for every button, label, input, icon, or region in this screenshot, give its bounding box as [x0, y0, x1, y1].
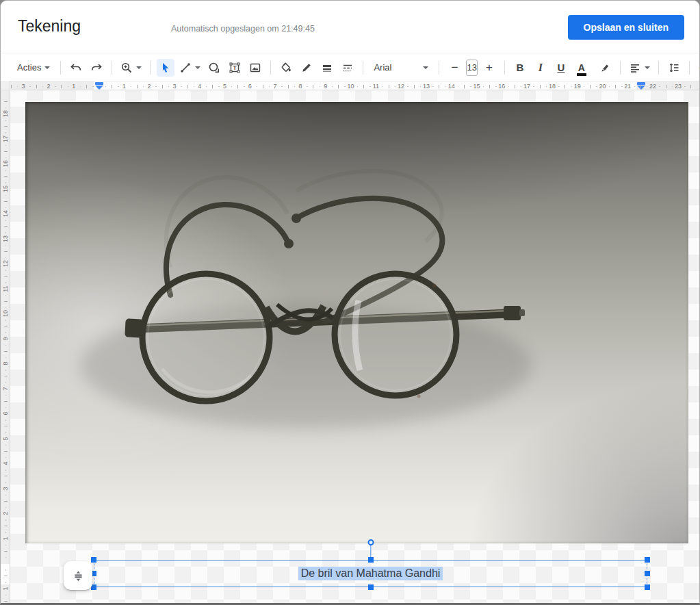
ruler-tick — [5, 157, 7, 159]
caption-selected-text[interactable]: De bril van Mahatma Gandhi — [298, 567, 443, 580]
line-spacing-button[interactable] — [665, 59, 683, 77]
ruler-tick — [42, 86, 44, 88]
text-fit-button[interactable] — [64, 561, 92, 590]
ruler-marker-right[interactable] — [636, 82, 647, 90]
resize-handle-bottom-right[interactable] — [645, 584, 650, 590]
ruler-tick — [432, 86, 434, 88]
chevron-down-icon — [195, 66, 200, 69]
ruler-tick — [131, 86, 132, 88]
ruler-tick — [445, 86, 447, 88]
ruler-tick — [5, 107, 7, 109]
ruler-tick — [4, 551, 8, 552]
h-ruler-number: 10 — [347, 83, 354, 90]
insert-image-button[interactable] — [246, 59, 264, 77]
caption-text-box[interactable]: De bril van Mahatma Gandhi — [94, 560, 647, 587]
actions-menu[interactable]: Acties — [13, 59, 54, 77]
toolbar-divider — [270, 61, 271, 75]
ruler-tick — [609, 86, 610, 88]
resize-handle-top-left[interactable] — [91, 557, 96, 563]
shape-tool-button[interactable] — [205, 59, 223, 77]
font-size-input[interactable]: 13 — [466, 60, 477, 76]
ruler-tick — [615, 85, 616, 88]
ruler-tick — [533, 86, 534, 88]
resize-handle-bottom-center[interactable] — [368, 584, 374, 590]
ruler-tick — [5, 569, 7, 571]
resize-handle-top-right[interactable] — [645, 557, 650, 563]
ruler-tick — [112, 85, 112, 88]
redo-button[interactable] — [88, 59, 105, 77]
align-button[interactable] — [627, 59, 652, 77]
resize-handle-middle-right[interactable] — [645, 571, 650, 576]
horizontal-ruler: 3211234567891011121314151617181920212223 — [10, 81, 700, 90]
ruler-tick — [4, 251, 8, 252]
drawing-canvas[interactable]: De bril van Mahatma Gandhi — [10, 90, 700, 605]
chevron-down-icon — [44, 66, 50, 69]
ruler-tick — [313, 85, 313, 88]
ruler-tick — [495, 86, 497, 88]
h-ruler-number: 13 — [423, 83, 430, 90]
text-color-button[interactable]: A — [573, 59, 591, 77]
ruler-tick — [206, 86, 207, 88]
italic-icon: I — [539, 62, 543, 74]
highlight-color-button[interactable] — [596, 59, 614, 77]
ruler-tick — [80, 86, 81, 88]
ruler-tick — [5, 370, 7, 371]
more-options-button[interactable]: ⋯ — [696, 59, 700, 77]
font-family-select[interactable]: Arial — [370, 59, 432, 77]
ruler-tick — [684, 86, 686, 88]
ruler-tick — [5, 170, 7, 171]
toolbar-divider — [150, 61, 151, 75]
border-color-button[interactable] — [298, 59, 315, 77]
v-ruler-number: 8 — [2, 359, 9, 368]
h-ruler-number: 4 — [198, 83, 201, 90]
toolbar-divider — [620, 61, 621, 75]
select-tool-button[interactable] — [157, 59, 174, 77]
ruler-tick — [690, 85, 691, 88]
ruler-tick — [571, 86, 573, 88]
ruler-tick — [17, 86, 18, 88]
ruler-tick — [5, 420, 7, 421]
line-tool-button[interactable] — [177, 59, 203, 77]
save-and-close-button[interactable]: Opslaan en sluiten — [568, 15, 684, 40]
rotate-handle[interactable] — [367, 539, 374, 545]
ruler-tick — [5, 457, 7, 459]
ruler-tick — [5, 332, 7, 333]
border-weight-button[interactable] — [318, 59, 336, 77]
v-ruler-number: 13 — [2, 234, 9, 244]
line-weight-icon — [321, 62, 333, 74]
v-ruler-number: 11 — [2, 284, 9, 294]
underline-icon: U — [557, 62, 565, 73]
bold-icon: B — [516, 62, 523, 73]
font-size-decrease-button[interactable]: − — [445, 59, 463, 77]
chevron-down-icon — [136, 66, 142, 69]
ruler-corner — [1, 81, 10, 90]
ruler-marker-left[interactable] — [94, 82, 105, 90]
bold-button[interactable]: B — [511, 59, 529, 77]
border-dash-button[interactable] — [339, 59, 357, 77]
font-size-increase-button[interactable]: + — [480, 59, 498, 77]
h-ruler-number: 19 — [574, 83, 581, 90]
zoom-tool-button[interactable] — [118, 59, 144, 77]
underline-button[interactable]: U — [552, 59, 570, 77]
italic-button[interactable]: I — [532, 59, 549, 77]
page-title: Tekening — [18, 17, 81, 36]
ruler-tick — [5, 132, 7, 133]
image-icon — [249, 62, 261, 74]
ruler-tick — [458, 86, 459, 88]
h-ruler-number: 6 — [248, 83, 252, 90]
ruler-tick — [357, 86, 359, 88]
redo-icon — [90, 62, 103, 74]
ruler-tick — [68, 86, 69, 88]
ruler-tick — [647, 86, 648, 88]
ruler-tick — [212, 85, 213, 88]
ruler-tick — [257, 86, 258, 88]
gandhi-glasses-photo[interactable] — [25, 102, 688, 543]
resize-handle-top-center[interactable] — [368, 557, 374, 563]
fill-color-button[interactable] — [277, 59, 295, 77]
ruler-tick — [118, 86, 119, 88]
ruler-tick — [5, 295, 7, 296]
text-box-tool-button[interactable]: T — [226, 59, 244, 77]
undo-button[interactable] — [67, 59, 85, 77]
v-ruler-number: 4 — [2, 459, 9, 468]
v-ruler-number: 6 — [2, 409, 9, 418]
